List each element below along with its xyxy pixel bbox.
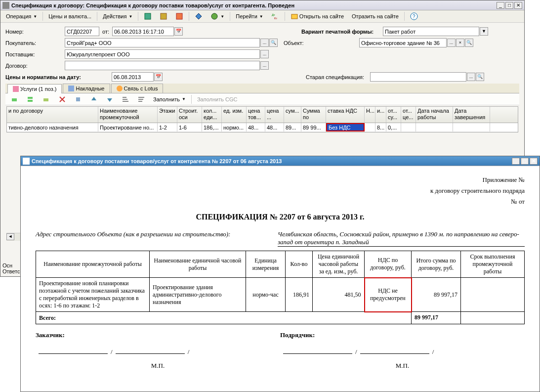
number-input[interactable]: СГД02207 xyxy=(65,27,99,36)
tab-services[interactable]: Услуги (1 поз.) xyxy=(7,84,62,93)
col-sum2[interactable]: Сумма по xyxy=(301,107,326,123)
preview-maximize-button[interactable]: □ xyxy=(521,158,529,165)
grid-add2-icon[interactable] xyxy=(23,94,38,105)
svg-rect-17 xyxy=(138,97,144,98)
col-price2[interactable]: цена ... xyxy=(265,107,284,123)
old-spec-input[interactable] xyxy=(370,72,466,82)
fill-menu[interactable]: Заполнить▼ xyxy=(150,95,189,104)
col-i[interactable]: и... xyxy=(375,107,386,123)
doc-addr-label: Адрес строительного Объекта (как в разре… xyxy=(36,230,278,247)
svg-rect-1 xyxy=(161,13,166,19)
actions-menu[interactable]: Действия▼ xyxy=(99,12,136,21)
vat-cell-highlighted[interactable]: Без НДС xyxy=(326,123,365,131)
grid-down-icon[interactable] xyxy=(102,94,117,105)
grid-copy-icon[interactable] xyxy=(71,94,85,105)
object-clear-icon[interactable]: × xyxy=(456,39,464,47)
services-grid: и по договору Наименование промежуточной… xyxy=(6,106,518,132)
prices-date-picker-icon[interactable]: 📅 xyxy=(154,73,163,81)
help-icon[interactable]: ? xyxy=(407,11,421,22)
document-preview: Приложение № к договору строительного по… xyxy=(21,166,540,392)
date-input[interactable]: 06.08.2013 16:17:10 xyxy=(112,27,174,36)
grid-header: и по договору Наименование промежуточной… xyxy=(7,107,518,123)
svg-rect-19 xyxy=(138,101,142,102)
buyer-search-icon[interactable]: 🔍 xyxy=(269,39,278,47)
toolbar-icon-3[interactable] xyxy=(172,11,187,22)
col-price1[interactable]: цена тов... xyxy=(247,107,265,123)
object-select-icon[interactable]: ... xyxy=(447,39,456,47)
prices-currency-button[interactable]: Цены и валюта... xyxy=(45,12,95,21)
doc-addr-value: Челябинская область, Сосновский район, п… xyxy=(278,230,525,247)
old-spec-search-icon[interactable]: 🔍 xyxy=(476,73,484,81)
toolbar-icon-2[interactable] xyxy=(156,11,171,22)
goto-menu[interactable]: Перейти▼ xyxy=(232,12,267,21)
grid-row[interactable]: тивно-делового назначения Проектирование… xyxy=(7,123,518,132)
col-contract[interactable]: и по договору xyxy=(7,107,98,123)
buyer-select-icon[interactable]: ... xyxy=(260,39,269,47)
scroll-left-icon[interactable]: ◄ xyxy=(6,233,14,240)
svg-rect-14 xyxy=(123,97,126,98)
reflect-site-button[interactable]: Отразить на сайте xyxy=(348,12,402,21)
tab-invoices[interactable]: Накладные xyxy=(63,84,110,93)
toolbar-icon-4[interactable] xyxy=(191,11,206,22)
preview-minimize-button[interactable]: _ xyxy=(512,158,520,165)
minimize-button[interactable]: _ xyxy=(497,2,504,9)
doc-table-header: Наименование промежуточной работы Наимен… xyxy=(36,251,525,278)
supplier-label: Поставщик: xyxy=(5,51,65,57)
preview-close-button[interactable]: ✕ xyxy=(530,158,538,165)
tab-lotus[interactable]: Связь с Lotus xyxy=(111,84,164,93)
svg-text:?: ? xyxy=(413,14,415,19)
variant-select[interactable]: Пакет работ xyxy=(383,27,479,36)
contract-select-icon[interactable]: ... xyxy=(260,61,269,70)
buyer-label: Покупатель: xyxy=(5,40,65,46)
svg-rect-15 xyxy=(123,99,127,100)
old-spec-label: Старая спецификация: xyxy=(306,74,370,80)
col-name[interactable]: Наименование промежуточной xyxy=(98,107,158,123)
operation-menu[interactable]: Операция▼ xyxy=(2,12,41,21)
open-site-button[interactable]: Открыть на сайте xyxy=(287,11,347,22)
bottom-labels: Осн Ответс xyxy=(2,262,20,274)
contract-input[interactable] xyxy=(65,61,260,70)
maximize-button[interactable]: □ xyxy=(505,2,513,9)
col-start[interactable]: Дата начала работы xyxy=(416,107,453,123)
prices-date-input[interactable]: 06.08.2013 xyxy=(112,72,154,82)
grid-add-icon[interactable] xyxy=(7,94,22,105)
supplier-input[interactable]: Южуралуглепроект ООО xyxy=(65,49,260,59)
col-ot2[interactable]: от... це... xyxy=(401,107,416,123)
svg-rect-11 xyxy=(28,100,33,102)
col-ot1[interactable]: от... су... xyxy=(386,107,401,123)
col-axes[interactable]: Строит. оси xyxy=(177,107,202,123)
col-sum1[interactable]: сум... xyxy=(284,107,301,123)
col-qty[interactable]: кол... еди... xyxy=(202,107,222,123)
object-input[interactable]: Офисно-торговое здание № 36 xyxy=(359,38,447,47)
grid-edit-icon[interactable] xyxy=(39,94,54,105)
toolbar-icon-1[interactable] xyxy=(140,11,155,22)
svg-text:Кт: Кт xyxy=(274,17,277,20)
dt-kt-icon[interactable]: ДтКт xyxy=(268,11,283,22)
object-search-icon[interactable]: 🔍 xyxy=(465,39,473,47)
col-n[interactable]: Н... xyxy=(365,107,375,123)
close-button[interactable]: ✕ xyxy=(514,2,522,9)
col-vat[interactable]: ставка НДС xyxy=(326,107,365,123)
col-floors[interactable]: Этажи xyxy=(158,107,177,123)
grid-sort1-icon[interactable] xyxy=(118,94,133,105)
col-unit[interactable]: ед. изм. xyxy=(222,107,247,123)
toolbar-icon-5[interactable]: ▼ xyxy=(207,11,228,22)
buyer-input[interactable]: СтройГрад+ ООО xyxy=(65,38,260,47)
grid-up-icon[interactable] xyxy=(86,94,101,105)
fill-cgc-button[interactable]: Заполнить CGC xyxy=(194,95,241,104)
contract-label: Договор: xyxy=(5,63,65,69)
svg-text:Дт: Дт xyxy=(272,13,275,16)
grid-sort2-icon[interactable] xyxy=(134,94,149,105)
doc-num-from: № от xyxy=(36,198,525,206)
supplier-select-icon[interactable]: ... xyxy=(260,50,269,58)
contractor-signature: Подрядчик: // М.П. xyxy=(280,331,525,370)
form-area: Номер: СГД02207 от: 06.08.2013 16:17:10 … xyxy=(0,23,524,137)
variant-dropdown-icon[interactable]: ▼ xyxy=(480,27,488,36)
old-spec-select-icon[interactable]: ... xyxy=(467,73,475,81)
responsible-label: Ответс xyxy=(2,268,20,274)
grid-delete-icon[interactable] xyxy=(55,94,70,105)
col-end[interactable]: Дата завершения xyxy=(453,107,490,123)
object-label: Объект: xyxy=(284,40,359,46)
date-picker-icon[interactable]: 📅 xyxy=(174,27,183,36)
doc-vat-highlighted: НДС не предусмотрен xyxy=(365,278,412,312)
